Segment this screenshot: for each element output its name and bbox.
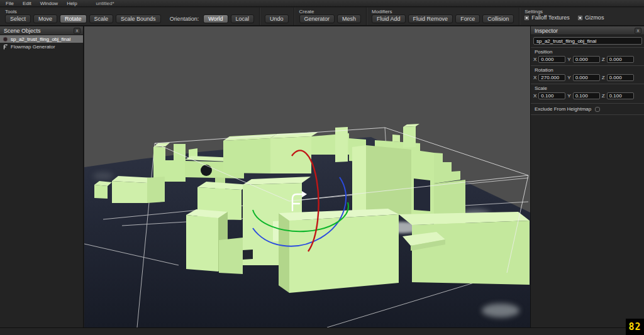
axis-y-label: Y [567, 57, 570, 62]
gizmos-label: Gizmos [585, 14, 604, 21]
menu-edit[interactable]: Edit [23, 1, 31, 6]
scene-object-label: Flowmap Generator [11, 44, 55, 50]
settings-group-label: Settings [521, 8, 613, 14]
scale-tool-button[interactable]: Scale [89, 14, 114, 23]
create-generator-button[interactable]: Generator [299, 14, 335, 23]
scene-object-item-flowmap[interactable]: Flowmap Generator [0, 43, 83, 50]
toolbar-group-tools: Tools Select Move Rotate Scale Scale Bou… [0, 8, 259, 25]
exclude-heightmap-label: Exclude From Heightmap [535, 106, 591, 112]
scene-object-label: sp_a2_trust_fling_obj_final [11, 36, 70, 42]
force-button[interactable]: Force [455, 14, 480, 23]
axis-x-label: X [533, 57, 536, 62]
create-group-label: Create [296, 8, 365, 14]
flowmap-icon [3, 44, 8, 50]
tools-group-label: Tools [1, 8, 258, 14]
axis-y-label: Y [567, 93, 570, 99]
scene-object-item-mesh[interactable]: sp_a2_trust_fling_obj_final [0, 35, 83, 43]
rotation-y-field[interactable] [573, 74, 600, 81]
viewport-3d[interactable] [84, 26, 530, 327]
axis-z-label: Z [602, 57, 605, 62]
exclude-heightmap-checkbox[interactable] [595, 107, 600, 112]
rotation-label: Rotation [533, 67, 641, 73]
rotate-tool-button[interactable]: Rotate [60, 14, 87, 23]
checkbox-icon [525, 16, 529, 20]
position-section: Position X Y Z [531, 47, 644, 65]
orientation-world-button[interactable]: World [203, 14, 228, 23]
axis-z-label: Z [602, 93, 605, 99]
menu-bar: File Edit Window Help untitled* [0, 0, 644, 7]
checkbox-icon [578, 16, 582, 20]
gizmos-checkbox[interactable]: Gizmos [578, 14, 604, 21]
inspector-title: Inspector [535, 28, 558, 34]
axis-y-label: Y [567, 75, 570, 80]
scene-objects-header: Scene Objects x [0, 26, 83, 35]
toolbar-group-create: Create Generator Mesh [294, 8, 367, 25]
fps-counter: 82 [626, 319, 644, 335]
scale-z-field[interactable] [607, 92, 634, 99]
rotation-x-field[interactable] [538, 74, 565, 81]
orientation-label: Orientation: [170, 16, 199, 22]
undo-button[interactable]: Undo [265, 14, 289, 23]
collision-button[interactable]: Collision [482, 14, 514, 23]
scale-x-field[interactable] [538, 92, 565, 99]
fluid-remove-button[interactable]: Fluid Remove [408, 14, 453, 23]
inspector-header: Inspector x [531, 26, 644, 35]
modifiers-group-label: Modifiers [368, 8, 518, 14]
position-z-field[interactable] [607, 56, 634, 63]
select-tool-button[interactable]: Select [5, 14, 31, 23]
rotation-z-field[interactable] [607, 74, 634, 81]
viewport-3d-scene [84, 26, 530, 327]
inspector-panel: Inspector x Position X Y Z Rotation X Y … [530, 26, 644, 327]
menu-file[interactable]: File [6, 1, 14, 6]
toolbar-group-modifiers: Modifiers Fluid Add Fluid Remove Force C… [366, 8, 519, 25]
toolbar: Tools Select Move Rotate Scale Scale Bou… [0, 8, 644, 26]
scale-y-field[interactable] [573, 92, 600, 99]
close-icon[interactable]: x [74, 28, 80, 34]
fluid-add-button[interactable]: Fluid Add [372, 14, 406, 23]
close-icon[interactable]: x [635, 28, 641, 34]
toolbar-group-settings: Settings Falloff Textures Gizmos [519, 8, 614, 25]
scene-objects-title: Scene Objects [4, 28, 41, 34]
scale-label: Scale [533, 85, 641, 91]
exclude-heightmap-row[interactable]: Exclude From Heightmap [531, 103, 644, 115]
axis-z-label: Z [602, 75, 605, 80]
menu-window[interactable]: Window [40, 1, 58, 6]
menu-help[interactable]: Help [67, 1, 77, 6]
axis-x-label: X [533, 93, 536, 99]
axis-x-label: X [533, 75, 536, 80]
orientation-local-button[interactable]: Local [231, 14, 255, 23]
scale-section: Scale X Y Z [531, 84, 644, 102]
editor-window: File Edit Window Help untitled* Tools Se… [0, 0, 644, 335]
falloff-textures-label: Falloff Textures [531, 14, 570, 21]
create-mesh-button[interactable]: Mesh [337, 14, 361, 23]
scene-objects-panel: Scene Objects x sp_a2_trust_fling_obj_fi… [0, 26, 84, 327]
position-label: Position [533, 49, 641, 55]
status-bar [0, 327, 644, 335]
position-y-field[interactable] [573, 56, 600, 63]
document-title: untitled* [96, 1, 114, 6]
rotation-section: Rotation X Y Z [531, 65, 644, 84]
toolbar-group-undo: Undo [259, 8, 294, 25]
mesh-icon [3, 36, 8, 42]
sphere-prop[interactable] [201, 165, 212, 176]
position-x-field[interactable] [538, 56, 565, 63]
object-name-field[interactable] [533, 37, 642, 45]
falloff-textures-checkbox[interactable]: Falloff Textures [525, 14, 570, 21]
scale-bounds-tool-button[interactable]: Scale Bounds [116, 14, 161, 23]
move-tool-button[interactable]: Move [33, 14, 57, 23]
